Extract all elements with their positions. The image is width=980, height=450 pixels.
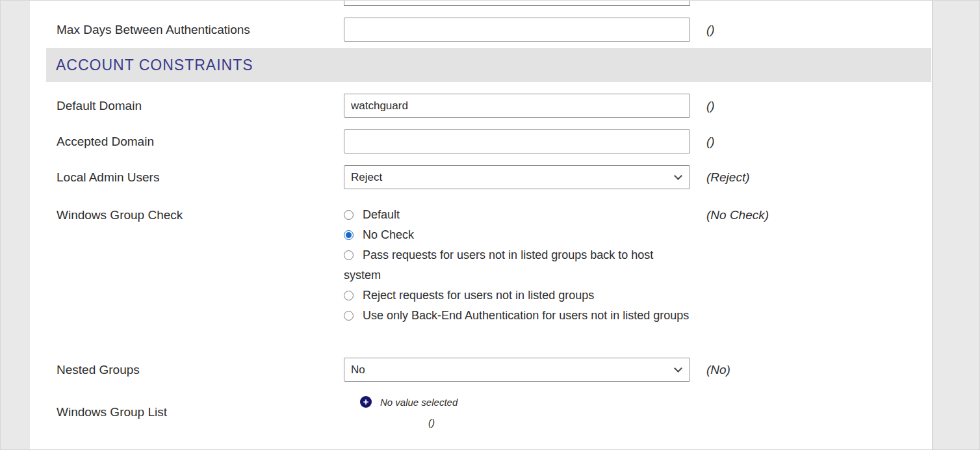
- section-header-account-constraints: ACCOUNT CONSTRAINTS: [46, 48, 931, 82]
- accepted-domain-label: Accepted Domain: [57, 135, 344, 149]
- radio-label: No Check: [363, 228, 414, 241]
- accepted-domain-input[interactable]: [344, 129, 690, 153]
- windows-group-list-empty-text: No value selected: [380, 397, 458, 408]
- nested-groups-label: Nested Groups: [57, 363, 344, 377]
- accepted-domain-control: [344, 129, 690, 153]
- max-days-input[interactable]: [344, 18, 690, 42]
- page-background: Max Days Between Authentications () ACCO…: [0, 0, 980, 450]
- form-row-accepted-domain: Accepted Domain (): [30, 129, 932, 153]
- radio-button-no-check[interactable]: [344, 230, 354, 240]
- windows-group-list-label: Windows Group List: [57, 405, 344, 419]
- section-title: ACCOUNT CONSTRAINTS: [56, 57, 253, 74]
- max-days-control: [344, 18, 690, 42]
- radio-button-backend-auth[interactable]: [344, 311, 354, 321]
- radio-option-pass-requests[interactable]: Pass requests for users not in listed gr…: [344, 245, 690, 285]
- default-domain-input[interactable]: [344, 94, 690, 118]
- windows-group-check-options: Default No Check Pass requests for users…: [344, 205, 690, 326]
- radio-label: Use only Back-End Authentication for use…: [363, 309, 689, 322]
- radio-label: Reject requests for users not in listed …: [363, 289, 594, 302]
- plus-icon[interactable]: +: [360, 396, 372, 408]
- radio-button-default[interactable]: [344, 210, 354, 220]
- local-admin-users-label: Local Admin Users: [57, 170, 344, 185]
- windows-group-check-hint: (No Check): [706, 205, 769, 225]
- form-row-nested-groups: Nested Groups No (No): [30, 358, 932, 382]
- local-admin-users-hint: (Reject): [706, 170, 750, 185]
- form-body: Max Days Between Authentications () ACCO…: [30, 6, 932, 428]
- form-row-max-days: Max Days Between Authentications (): [30, 18, 932, 42]
- radio-button-reject-requests[interactable]: [344, 291, 354, 300]
- radio-option-backend-auth[interactable]: Use only Back-End Authentication for use…: [344, 306, 690, 326]
- accepted-domain-hint: (): [706, 135, 715, 149]
- radio-label: Default: [363, 208, 400, 221]
- cutoff-text-input[interactable]: [344, 0, 690, 6]
- default-domain-hint: (): [706, 99, 715, 113]
- windows-group-list-hint: (): [428, 417, 690, 428]
- nested-groups-select[interactable]: No: [344, 358, 690, 382]
- settings-form-panel: Max Days Between Authentications () ACCO…: [30, 1, 933, 450]
- windows-group-list-control: + No value selected (): [344, 396, 690, 428]
- form-row-windows-group-list: Windows Group List + No value selected (…: [30, 396, 932, 428]
- max-days-hint: (): [706, 23, 715, 37]
- default-domain-control: [344, 94, 690, 118]
- nested-groups-hint: (No): [706, 363, 730, 377]
- radio-button-pass-requests[interactable]: [344, 250, 354, 260]
- radio-option-default[interactable]: Default: [344, 205, 690, 225]
- radio-label: Pass requests for users not in listed gr…: [344, 248, 653, 282]
- local-admin-users-control: Reject: [344, 165, 690, 189]
- local-admin-users-select[interactable]: Reject: [344, 165, 690, 189]
- max-days-label: Max Days Between Authentications: [57, 23, 344, 37]
- form-row-windows-group-check: Windows Group Check Default No Check: [30, 205, 932, 326]
- windows-group-check-control: Default No Check Pass requests for users…: [344, 205, 690, 326]
- nested-groups-control: No: [344, 358, 690, 382]
- default-domain-label: Default Domain: [57, 99, 344, 113]
- radio-option-no-check[interactable]: No Check: [344, 225, 690, 245]
- windows-group-check-label: Windows Group Check: [57, 205, 344, 225]
- form-row-local-admin-users: Local Admin Users Reject (Reject): [30, 165, 932, 189]
- radio-option-reject-requests[interactable]: Reject requests for users not in listed …: [344, 285, 690, 306]
- form-row-default-domain: Default Domain (): [30, 94, 932, 118]
